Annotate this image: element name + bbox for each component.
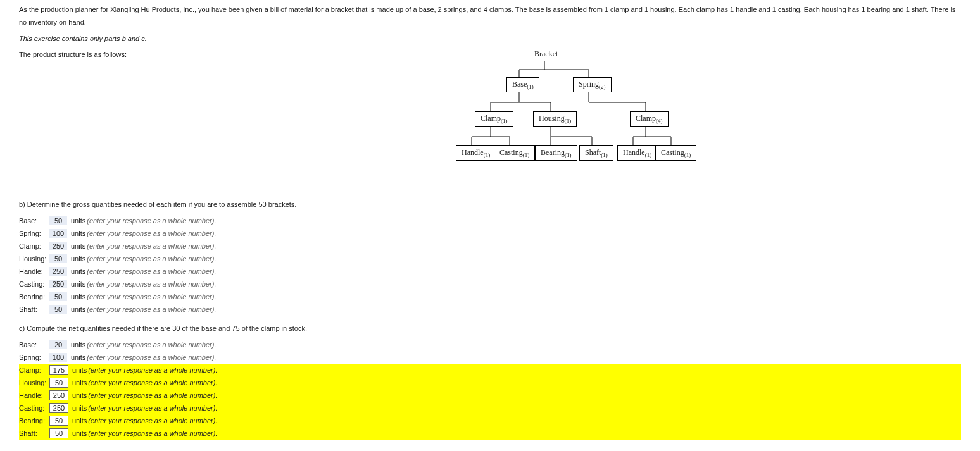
row-label: Housing: xyxy=(19,255,49,263)
row-label: Handle: xyxy=(19,392,49,399)
units-label: units xyxy=(72,392,87,399)
hint-text: (enter your response as a whole number). xyxy=(87,242,216,250)
answer-input[interactable]: 50 xyxy=(49,305,67,314)
row-label: Clamp: xyxy=(19,366,49,374)
answer-row: Spring:100units (enter your response as … xyxy=(19,351,961,364)
row-label: Spring: xyxy=(19,354,49,361)
answer-input[interactable]: 250 xyxy=(49,403,68,413)
units-label: units xyxy=(71,242,85,250)
tree-node-casting1: Casting(1) xyxy=(494,145,535,161)
row-label: Casting: xyxy=(19,280,49,288)
answer-row: Bearing:50units (enter your response as … xyxy=(19,290,961,303)
units-label: units xyxy=(72,429,87,437)
hint-text: (enter your response as a whole number). xyxy=(87,217,216,225)
row-label: Casting: xyxy=(19,404,49,412)
hint-text: (enter your response as a whole number). xyxy=(87,280,216,288)
units-label: units xyxy=(71,354,85,361)
row-label: Handle: xyxy=(19,268,49,275)
hint-text: (enter your response as a whole number). xyxy=(87,306,216,313)
row-label: Bearing: xyxy=(19,417,49,424)
hint-text: (enter your response as a whole number). xyxy=(88,429,217,437)
hint-text: (enter your response as a whole number). xyxy=(87,255,216,263)
row-label: Bearing: xyxy=(19,293,49,300)
tree-node-handle2: Handle(1) xyxy=(617,145,657,161)
answer-input[interactable]: 50 xyxy=(49,254,67,263)
answer-row: Shaft:50units (enter your response as a … xyxy=(19,303,961,316)
answer-input[interactable]: 175 xyxy=(49,365,68,375)
answer-row: Clamp:250units (enter your response as a… xyxy=(19,240,961,252)
units-label: units xyxy=(71,255,85,263)
row-label: Shaft: xyxy=(19,306,49,313)
units-label: units xyxy=(72,404,87,412)
row-label: Clamp: xyxy=(19,242,49,250)
units-label: units xyxy=(71,293,85,300)
tree-node-handle1: Handle(1) xyxy=(456,145,496,161)
answer-input[interactable]: 50 xyxy=(49,292,67,301)
answer-input[interactable]: 250 xyxy=(49,267,67,276)
tree-node-bearing: Bearing(1) xyxy=(535,145,577,161)
hint-text: (enter your response as a whole number). xyxy=(88,417,217,424)
answer-row: Casting:250units (enter your response as… xyxy=(19,402,961,414)
answer-row: Handle:250units (enter your response as … xyxy=(19,389,961,402)
question-c: c) Compute the net quantities needed if … xyxy=(19,324,961,332)
hint-text: (enter your response as a whole number). xyxy=(88,366,217,374)
answer-row: Bearing:50units (enter your response as … xyxy=(19,414,961,427)
answer-row: Base:20units (enter your response as a w… xyxy=(19,338,961,351)
units-label: units xyxy=(71,306,85,313)
answer-input[interactable]: 250 xyxy=(49,390,68,400)
row-label: Base: xyxy=(19,217,49,225)
hint-text: (enter your response as a whole number). xyxy=(88,404,217,412)
answer-row: Housing:50units (enter your response as … xyxy=(19,252,961,265)
units-label: units xyxy=(71,217,85,225)
units-label: units xyxy=(72,417,87,424)
answer-input[interactable]: 50 xyxy=(49,216,67,225)
hint-text: (enter your response as a whole number). xyxy=(87,230,216,237)
row-label: Spring: xyxy=(19,230,49,237)
answer-input[interactable]: 20 xyxy=(49,340,67,349)
tree-node-clamp4: Clamp(4) xyxy=(630,111,669,127)
hint-text: (enter your response as a whole number). xyxy=(87,341,216,349)
answer-row: Spring:100units (enter your response as … xyxy=(19,227,961,240)
row-label: Shaft: xyxy=(19,429,49,437)
answer-input[interactable]: 250 xyxy=(49,242,67,250)
question-b: b) Determine the gross quantities needed… xyxy=(19,201,961,208)
hint-text: (enter your response as a whole number). xyxy=(87,354,216,361)
tree-node-housing: Housing(1) xyxy=(533,111,577,127)
answer-row: Base:50units (enter your response as a w… xyxy=(19,214,961,227)
answer-row: Casting:250units (enter your response as… xyxy=(19,278,961,290)
tree-node-base: Base(1) xyxy=(506,77,539,92)
answer-row: Clamp:175units (enter your response as a… xyxy=(19,364,961,376)
tree-node-shaft: Shaft(1) xyxy=(579,145,613,161)
tree-node-spring: Spring(2) xyxy=(573,77,612,92)
row-label: Base: xyxy=(19,341,49,349)
answer-row: Shaft:50units (enter your response as a … xyxy=(19,427,961,440)
answer-input[interactable]: 250 xyxy=(49,280,67,288)
answer-row: Handle:250units (enter your response as … xyxy=(19,265,961,278)
answer-input[interactable]: 100 xyxy=(49,353,67,362)
answer-input[interactable]: 50 xyxy=(49,416,68,426)
units-label: units xyxy=(71,280,85,288)
answer-input[interactable]: 50 xyxy=(49,378,68,388)
intro-paragraph-1: As the production planner for Xiangling … xyxy=(19,4,961,29)
answer-input[interactable]: 100 xyxy=(49,229,67,238)
hint-text: (enter your response as a whole number). xyxy=(87,268,216,275)
units-label: units xyxy=(72,379,87,386)
tree-node-clamp1: Clamp(1) xyxy=(475,111,513,127)
hint-text: (enter your response as a whole number). xyxy=(88,392,217,399)
hint-text: (enter your response as a whole number). xyxy=(87,293,216,300)
units-label: units xyxy=(71,268,85,275)
answer-input[interactable]: 50 xyxy=(49,428,68,438)
units-label: units xyxy=(72,366,87,374)
tree-node-bracket: Bracket xyxy=(529,47,563,61)
row-label: Housing: xyxy=(19,379,49,386)
answer-row: Housing:50units (enter your response as … xyxy=(19,376,961,389)
units-label: units xyxy=(71,230,85,237)
tree-node-casting2: Casting(1) xyxy=(655,145,696,161)
units-label: units xyxy=(71,341,85,349)
hint-text: (enter your response as a whole number). xyxy=(88,379,217,386)
intro-paragraph-2: This exercise contains only parts b and … xyxy=(19,33,961,46)
